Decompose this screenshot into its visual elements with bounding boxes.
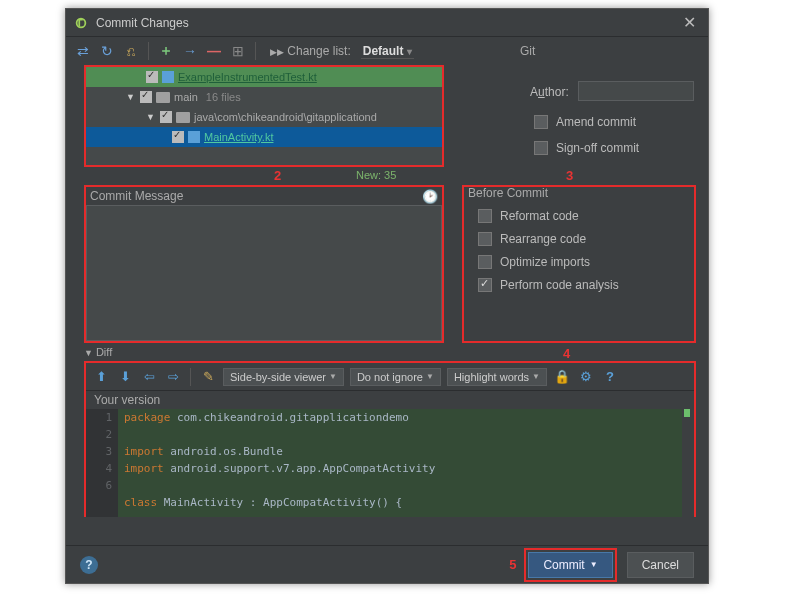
separator (190, 368, 191, 386)
separator (255, 42, 256, 60)
code-viewer[interactable]: 1 2 3 4 6 package com.chikeandroid.gitap… (86, 409, 694, 517)
sync-scroll-icon[interactable]: 🔒 (553, 368, 571, 386)
git-section-label: Git (520, 44, 535, 58)
commit-dialog: Commit Changes ✕ ⇄ ↻ ⎌ ＋ → — ⊞ ▶▶ Change… (65, 8, 709, 584)
dialog-footer: ? 5 Commit▼ Cancel (66, 545, 708, 583)
new-files-count: New: 35 (356, 169, 396, 181)
checkbox-icon[interactable] (172, 131, 184, 143)
titlebar: Commit Changes ✕ (66, 9, 708, 37)
author-input[interactable] (578, 81, 694, 101)
help-icon[interactable]: ? (601, 368, 619, 386)
checkbox-icon[interactable] (478, 232, 492, 246)
kotlin-file-icon (188, 131, 200, 143)
checkbox-icon[interactable] (140, 91, 152, 103)
highlight-selector[interactable]: Highlight words▼ (447, 368, 547, 386)
diff-toolbar: ⬆ ⬇ ⇦ ⇨ ✎ Side-by-side viewer▼ Do not ig… (86, 363, 694, 391)
chevron-down-icon[interactable]: ▼ (126, 92, 136, 102)
changelist-selector[interactable]: Default ▾ (361, 44, 414, 59)
prev-diff-icon[interactable]: ⬆ (92, 368, 110, 386)
author-label: Author: (530, 85, 569, 99)
tree-file-label[interactable]: ExampleInstrumentedTest.kt (178, 71, 317, 83)
next-diff-icon[interactable]: ⬇ (116, 368, 134, 386)
window-title: Commit Changes (96, 16, 679, 30)
commit-message-input[interactable] (86, 205, 442, 341)
kotlin-file-icon (162, 71, 174, 83)
diff-panel: ⬆ ⬇ ⇦ ⇨ ✎ Side-by-side viewer▼ Do not ig… (84, 361, 696, 517)
code-analysis-checkbox[interactable]: Perform code analysis (478, 278, 619, 292)
folder-icon (156, 92, 170, 103)
annotation: 2 (274, 168, 281, 183)
file-tree[interactable]: ExampleInstrumentedTest.kt ▼ main 16 fil… (84, 65, 444, 167)
diff-settings-icon[interactable]: ⚙ (577, 368, 595, 386)
folder-icon (176, 112, 190, 123)
diff-section-toggle[interactable]: ▼Diff (84, 346, 112, 358)
whitespace-selector[interactable]: Do not ignore▼ (350, 368, 441, 386)
annotation: 3 (566, 168, 573, 183)
checkbox-icon[interactable] (534, 115, 548, 129)
viewer-mode-selector[interactable]: Side-by-side viewer▼ (223, 368, 344, 386)
tree-row[interactable]: ▼ main 16 files (86, 87, 442, 107)
help-icon[interactable]: ? (80, 556, 98, 574)
app-icon (74, 16, 88, 30)
cancel-button[interactable]: Cancel (627, 552, 694, 578)
remove-changelist-icon[interactable]: — (205, 42, 223, 60)
message-history-icon[interactable]: 🕑 (422, 189, 438, 204)
checkbox-checked-icon[interactable] (478, 278, 492, 292)
tree-row[interactable]: ▼ java\com\chikeandroid\gitapplicationd (86, 107, 442, 127)
annotation: 5 (509, 557, 516, 572)
commit-button-highlight: Commit▼ (524, 548, 616, 582)
refresh-icon[interactable]: ↻ (98, 42, 116, 60)
new-changelist-icon[interactable]: ＋ (157, 42, 175, 60)
amend-commit-checkbox[interactable]: Amend commit (534, 115, 636, 129)
move-changelist-icon[interactable]: → (181, 42, 199, 60)
right-marker-bar (682, 409, 694, 517)
signoff-commit-checkbox[interactable]: Sign-off commit (534, 141, 639, 155)
file-toolbar: ⇄ ↻ ⎌ ＋ → — ⊞ ▶▶ Change list: Default ▾ (66, 37, 708, 65)
checkbox-icon[interactable] (160, 111, 172, 123)
line-gutter: 1 2 3 4 6 (86, 409, 118, 517)
commit-message-panel: Commit Message 🕑 (84, 185, 444, 343)
compare-next-file-icon[interactable]: ⇨ (164, 368, 182, 386)
tree-folder-label: java\com\chikeandroid\gitapplicationd (194, 111, 377, 123)
before-commit-title: Before Commit (468, 186, 548, 200)
commit-message-label: Commit Message (90, 189, 183, 203)
close-icon[interactable]: ✕ (679, 13, 700, 32)
before-commit-panel: Before Commit Reformat code Rearrange co… (462, 185, 696, 343)
changelist-label: ▶▶ Change list: (270, 44, 351, 58)
compare-prev-file-icon[interactable]: ⇦ (140, 368, 158, 386)
checkbox-icon[interactable] (478, 209, 492, 223)
annotation: 4 (563, 346, 570, 361)
show-diff-icon[interactable]: ⇄ (74, 42, 92, 60)
chevron-down-icon: ▼ (84, 348, 93, 358)
edit-source-icon[interactable]: ✎ (199, 368, 217, 386)
code-lines: package com.chikeandroid.gitapplicationd… (118, 409, 694, 517)
checkbox-icon[interactable] (146, 71, 158, 83)
rollback-icon[interactable]: ⎌ (122, 42, 140, 60)
diff-version-label: Your version (86, 391, 694, 409)
tree-row[interactable]: ExampleInstrumentedTest.kt (86, 67, 442, 87)
optimize-imports-checkbox[interactable]: Optimize imports (478, 255, 619, 269)
checkbox-icon[interactable] (478, 255, 492, 269)
rearrange-code-checkbox[interactable]: Rearrange code (478, 232, 619, 246)
tree-folder-label: main (174, 91, 198, 103)
reformat-code-checkbox[interactable]: Reformat code (478, 209, 619, 223)
group-icon[interactable]: ⊞ (229, 42, 247, 60)
chevron-down-icon[interactable]: ▼ (146, 112, 156, 122)
status-ok-marker-icon (684, 409, 690, 417)
checkbox-icon[interactable] (534, 141, 548, 155)
separator (148, 42, 149, 60)
commit-button[interactable]: Commit▼ (528, 552, 612, 578)
tree-file-label[interactable]: MainActivity.kt (204, 131, 273, 143)
tree-row-selected[interactable]: MainActivity.kt (86, 127, 442, 147)
file-count: 16 files (206, 91, 241, 103)
